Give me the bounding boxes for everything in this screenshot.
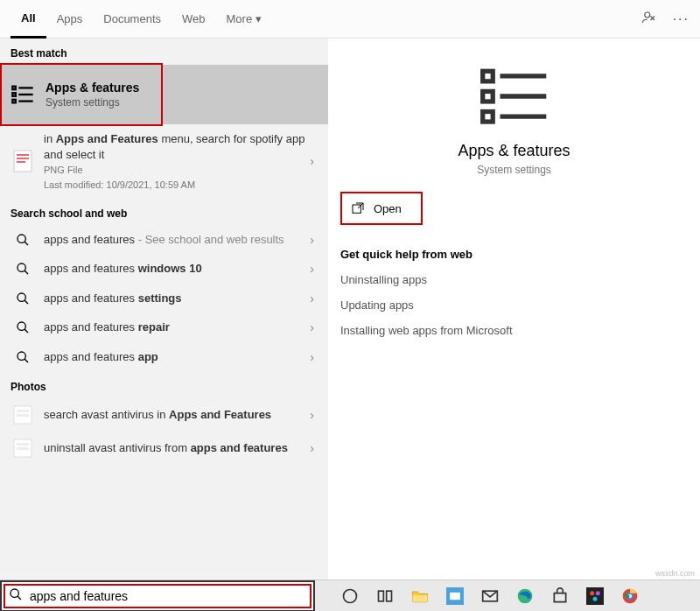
svg-rect-27 [482,71,493,81]
best-match-subtitle: System settings [46,96,139,109]
tab-more[interactable]: More ▾ [216,0,273,39]
svg-rect-10 [17,161,25,163]
svg-point-47 [593,596,598,600]
web-result-1[interactable]: apps and features windows 10 › [0,254,328,284]
preview-subtitle: System settings [340,164,688,176]
svg-line-20 [24,359,28,362]
help-link-1[interactable]: Updating apps [340,298,688,312]
preview-pane: Apps & features System settings Open Get… [328,39,700,579]
search-icon [10,320,35,334]
app-icon-2[interactable] [586,587,604,605]
web-result-2[interactable]: apps and features settings › [0,284,328,313]
web-result-4[interactable]: apps and features app › [0,342,328,372]
svg-rect-5 [12,100,16,103]
svg-line-12 [24,242,28,245]
pr0-bold: Apps and Features [169,408,271,421]
search-icon [10,233,35,247]
help-link-0[interactable]: Uninstalling apps [340,273,688,286]
svg-point-34 [10,589,18,597]
task-view-icon[interactable] [376,587,394,605]
svg-rect-1 [12,87,16,90]
svg-rect-41 [450,592,460,599]
wr0-suffix: - See school and web results [135,233,284,246]
svg-point-36 [344,589,357,602]
tab-more-label: More [227,12,253,25]
chevron-right-icon[interactable]: › [306,441,318,455]
help-header: Get quick help from web [340,248,688,261]
open-icon [351,201,365,215]
taskbar [0,579,700,611]
pr1-text: uninstall avast antivirus from [44,441,191,454]
chevron-right-icon[interactable]: › [306,262,318,276]
web-result-3[interactable]: apps and features repair › [0,313,328,342]
chevron-right-icon[interactable]: › [306,154,318,168]
chevron-down-icon: ▾ [256,12,262,25]
tab-web[interactable]: Web [172,0,216,39]
file-result-bold: Apps and Features [56,132,158,145]
wr2-bold: settings [138,291,182,305]
svg-line-18 [24,329,28,333]
svg-line-35 [18,596,21,600]
tab-documents[interactable]: Documents [93,0,172,39]
svg-rect-25 [17,443,29,446]
search-icon [10,350,35,364]
help-link-2[interactable]: Installing web apps from Microsoft [340,324,688,337]
more-options-icon[interactable]: ··· [673,11,690,27]
preview-title: Apps & features [340,142,688,160]
svg-rect-26 [17,447,29,450]
svg-point-11 [18,235,25,242]
web-result-0[interactable]: apps and features - See school and web r… [0,225,328,255]
watermark: wsxdn.com [655,569,695,578]
photo-result-1[interactable]: uninstall avast antivirus from apps and … [0,432,328,465]
chevron-right-icon[interactable]: › [306,233,318,247]
feedback-icon[interactable] [641,10,657,29]
photo-result-0[interactable]: search avast antivirus in Apps and Featu… [0,398,328,432]
app-icon-1[interactable] [446,587,464,605]
wr3-bold: repair [138,320,170,334]
svg-line-14 [24,270,28,274]
chevron-right-icon[interactable]: › [306,408,318,422]
pr1-bold: apps and features [191,441,288,454]
search-icon [10,291,35,306]
svg-rect-23 [17,414,29,417]
svg-point-15 [18,293,25,301]
file-explorer-icon[interactable] [411,587,429,605]
search-input[interactable] [30,589,313,603]
svg-point-17 [18,322,25,330]
svg-point-45 [590,591,594,595]
svg-rect-31 [482,112,493,123]
image-file-icon [10,439,35,458]
highlight-box: Open [340,192,423,225]
cortana-icon[interactable] [341,587,359,605]
tab-apps[interactable]: Apps [46,0,94,39]
tab-all[interactable]: All [10,0,46,39]
wr0-text: apps and features [44,233,135,246]
file-result-modified: Last modified: 10/9/2021, 10:59 AM [44,179,306,192]
wr4-bold: app [138,350,158,363]
open-button[interactable]: Open [342,193,421,223]
section-photos: Photos [0,372,328,398]
store-icon[interactable] [551,587,569,605]
edge-icon[interactable] [516,587,534,605]
svg-rect-8 [17,154,29,156]
file-result-row[interactable]: in Apps and Features menu, search for sp… [0,124,328,199]
chevron-right-icon[interactable]: › [306,320,318,334]
svg-point-13 [18,263,25,271]
svg-rect-22 [17,410,29,412]
results-pane: Best match Apps & features System settin… [0,39,328,579]
pr0-text: search avast antivirus in [44,408,169,421]
chrome-icon[interactable] [621,587,639,605]
svg-line-16 [24,300,28,304]
wr2-text: apps and features [44,291,138,305]
chevron-right-icon[interactable]: › [306,350,318,364]
svg-rect-29 [482,91,493,102]
open-label: Open [374,202,402,215]
chevron-right-icon[interactable]: › [306,291,318,306]
svg-rect-44 [586,587,604,605]
taskbar-search[interactable] [0,580,315,612]
svg-point-46 [596,591,600,595]
svg-rect-39 [413,595,428,602]
search-tabs: All Apps Documents Web More ▾ ··· [0,0,700,39]
best-match-row[interactable]: Apps & features System settings [0,65,328,124]
mail-icon[interactable] [481,587,499,605]
